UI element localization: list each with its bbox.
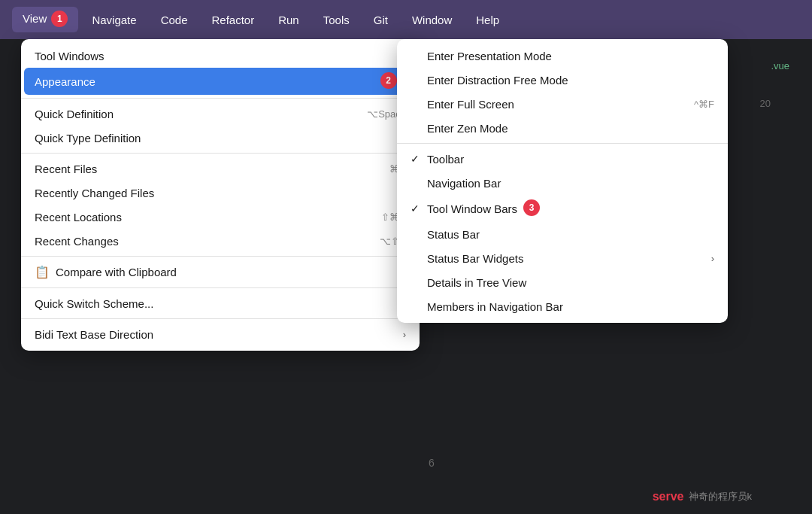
menu-item-compare-clipboard[interactable]: 📋 Compare with Clipboard [21,260,420,284]
separator-1 [21,98,420,99]
status-bar-widgets-label: Status Bar Widgets [427,252,523,265]
full-screen-label: Enter Full Screen [427,98,514,111]
menu-item-quick-switch[interactable]: Quick Switch Scheme... ^ [21,291,420,315]
menu-item-tool-windows[interactable]: Tool Windows › [21,44,420,68]
submenu-item-presentation-mode[interactable]: Enter Presentation Mode [397,44,728,68]
menu-bar-window[interactable]: Window [401,9,462,31]
tool-window-bars-label: Tool Window Bars [427,202,517,215]
bidi-text-label: Bidi Text Base Direction [35,328,153,341]
menu-bar-git[interactable]: Git [363,9,398,31]
submenu-item-details-tree[interactable]: Details in Tree View [397,270,728,294]
toolbar-check-icon: ✓ [411,153,423,165]
recently-changed-label: Recently Changed Files [35,187,154,199]
menu-bar-code[interactable]: Code [150,9,198,31]
bg-number-2: 20 [760,98,771,109]
submenu-item-status-bar-widgets[interactable]: Status Bar Widgets › [397,246,728,270]
members-nav-label: Members in Navigation Bar [427,300,563,313]
menu-bar-run[interactable]: Run [268,9,310,31]
menu-item-recent-locations[interactable]: Recent Locations ⇧⌘E [21,205,420,229]
details-tree-label: Details in Tree View [427,276,526,289]
menu-item-bidi-text[interactable]: Bidi Text Base Direction › [21,322,420,346]
submenu-item-full-screen[interactable]: Enter Full Screen ^⌘F [397,92,728,116]
submenu-item-distraction-free[interactable]: Enter Distraction Free Mode [397,68,728,92]
menu-bar-help[interactable]: Help [465,9,510,31]
recent-locations-label: Recent Locations [35,211,122,224]
menu-item-tool-windows-label: Tool Windows [35,50,105,62]
zen-mode-label: Enter Zen Mode [427,122,508,135]
appearance-submenu: Enter Presentation Mode Enter Distractio… [397,39,728,323]
bottom-branding: serve 神奇的程序员k [653,490,752,503]
separator-3 [21,256,420,257]
status-bar-widgets-arrow-icon: › [711,253,714,264]
vue-file-suffix: .vue [771,60,789,71]
menu-bar-tools[interactable]: Tools [313,9,360,31]
badge-1: 1 [51,11,68,27]
separator-5 [21,318,420,319]
navigation-bar-label: Navigation Bar [427,177,501,190]
serve-text: serve [653,490,684,503]
quick-definition-label: Quick Definition [35,108,114,120]
menu-item-appearance-label: Appearance [35,75,95,88]
submenu-item-navigation-bar[interactable]: Navigation Bar [397,171,728,195]
recent-files-label: Recent Files [35,163,97,175]
tool-window-bars-check-icon: ✓ [411,202,423,214]
menu-bar-view[interactable]: View 1 [12,7,78,32]
quick-switch-label: Quick Switch Scheme... [35,297,153,310]
menu-item-quick-type-definition[interactable]: Quick Type Definition [21,126,420,150]
view-menu-dropdown: Tool Windows › Appearance 2 › Quick Defi… [21,39,420,351]
watermark-text: 神奇的程序员k [689,490,753,503]
submenu-item-zen-mode[interactable]: Enter Zen Mode [397,116,728,140]
menu-item-recent-files[interactable]: Recent Files ⌘E [21,157,420,181]
status-bar-label: Status Bar [427,228,480,241]
badge-3: 3 [523,199,540,216]
separator-4 [21,287,420,288]
menu-bar: View 1 Navigate Code Refactor Run Tools … [0,0,812,39]
full-screen-shortcut: ^⌘F [694,99,714,110]
submenu-item-tool-window-bars[interactable]: ✓ Tool Window Bars 3 [397,195,728,222]
menu-item-appearance[interactable]: Appearance 2 › [24,68,417,95]
submenu-item-toolbar[interactable]: ✓ Toolbar [397,147,728,171]
menu-item-recent-changes[interactable]: Recent Changes ⌥⇧C [21,229,420,253]
separator-2 [21,153,420,154]
sub-separator-1 [397,143,728,144]
submenu-item-members-nav[interactable]: Members in Navigation Bar [397,294,728,318]
quick-type-definition-label: Quick Type Definition [35,132,141,144]
toolbar-label: Toolbar [427,153,464,166]
bidi-text-arrow-icon: › [403,329,406,340]
clipboard-icon: 📋 [35,265,50,279]
menu-item-recently-changed[interactable]: Recently Changed Files [21,181,420,205]
distraction-free-label: Enter Distraction Free Mode [427,74,568,87]
recent-changes-label: Recent Changes [35,235,119,248]
presentation-mode-label: Enter Presentation Mode [427,50,552,62]
submenu-item-status-bar[interactable]: Status Bar [397,222,728,246]
menu-bar-refactor[interactable]: Refactor [201,9,265,31]
menu-bar-navigate[interactable]: Navigate [81,9,147,31]
menu-item-quick-definition[interactable]: Quick Definition ⌥Space [21,102,420,126]
badge-2: 2 [380,72,397,89]
bg-number-1: 6 [429,457,435,469]
compare-clipboard-label: Compare with Clipboard [56,266,177,278]
